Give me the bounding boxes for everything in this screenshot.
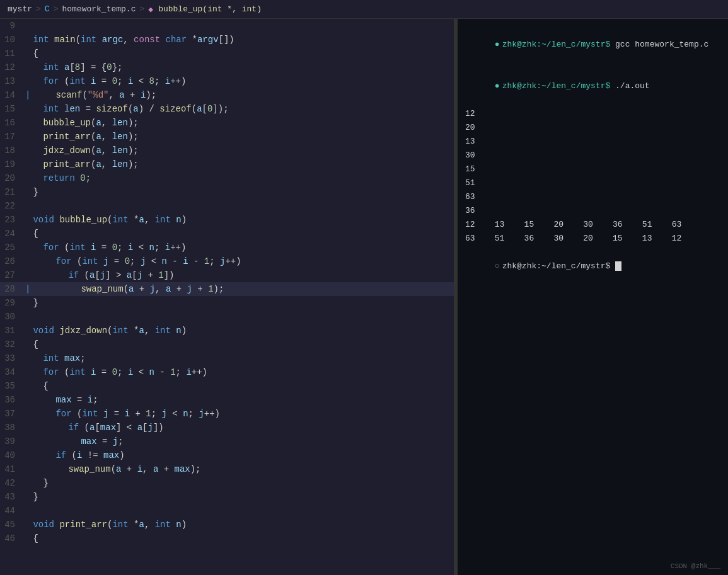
- code-line: swap_num(a + i, a + max);: [30, 462, 454, 476]
- terminal-output: 13: [465, 137, 475, 146]
- table-row: 21 }: [0, 185, 454, 199]
- terminal-output: 20: [465, 123, 475, 132]
- breadcrumb-file[interactable]: homework_temp.c: [62, 4, 136, 14]
- table-row: 28 | swap_num(a + j, a + j + 1);: [0, 282, 454, 296]
- line-gutter: [25, 476, 30, 490]
- line-gutter: [25, 490, 30, 504]
- code-line: {: [30, 47, 454, 60]
- code-line: if (a[j] > a[j + 1]): [30, 268, 454, 282]
- table-row: 31 void jdxz_down(int *a, int n): [0, 324, 454, 338]
- code-line: {: [30, 338, 454, 351]
- terminal-output-line: 51: [465, 176, 720, 190]
- terminal-cursor: [610, 261, 621, 271]
- code-line: for (int i = 0; i < 8; i++): [30, 74, 454, 88]
- code-line: }: [30, 296, 454, 310]
- code-line: return 0;: [30, 171, 454, 185]
- terminal-command: ./a.out: [610, 81, 649, 91]
- line-gutter: [25, 532, 30, 545]
- terminal-output: 63: [465, 192, 475, 202]
- terminal-output-line: 63 51 36 30 20 15 13 12: [465, 232, 720, 246]
- code-line: }: [30, 490, 454, 504]
- function-icon: ◆: [148, 4, 153, 14]
- table-row: 37 for (int j = i + 1; j < n; j++): [0, 407, 454, 421]
- line-number: 41: [0, 462, 25, 476]
- breadcrumb-language: C: [45, 4, 50, 14]
- table-row: 38 if (a[max] < a[j]): [0, 421, 454, 435]
- line-gutter: |: [25, 282, 30, 296]
- line-number: 21: [0, 185, 25, 199]
- line-gutter: [25, 157, 30, 171]
- code-line: print_arr(a, len);: [30, 130, 454, 144]
- line-number: 12: [0, 60, 25, 74]
- line-gutter: [25, 435, 30, 448]
- line-number: 20: [0, 171, 25, 185]
- terminal-output: 51: [465, 178, 475, 188]
- table-row: 25 for (int i = 0; i < n; i++): [0, 241, 454, 254]
- line-number: 10: [0, 33, 25, 47]
- table-row: 34 for (int i = 0; i < n - 1; i++): [0, 365, 454, 379]
- line-number: 16: [0, 116, 25, 130]
- line-number: 44: [0, 504, 25, 518]
- code-line: void print_arr(int *a, int n): [30, 518, 454, 532]
- table-row: 9: [0, 19, 454, 33]
- editor-panel[interactable]: 9 10 int main(int argc, const char *argv…: [0, 19, 454, 575]
- line-number: 9: [0, 19, 25, 33]
- breadcrumb-sep-3: >: [139, 4, 144, 14]
- line-gutter: [25, 102, 30, 116]
- line-number: 32: [0, 338, 25, 351]
- line-number: 29: [0, 296, 25, 310]
- table-row: 12 int a[8] = {0};: [0, 60, 454, 74]
- line-gutter: [25, 47, 30, 60]
- terminal-output: 36: [465, 206, 475, 215]
- code-line: bubble_up(a, len);: [30, 116, 454, 130]
- terminal-panel[interactable]: ●zhk@zhk:~/len_c/mystr$ gcc homework_tem…: [458, 19, 728, 575]
- line-number: 39: [0, 435, 25, 448]
- line-gutter: [25, 60, 30, 74]
- code-line: [30, 310, 454, 324]
- breadcrumb-folder[interactable]: mystr: [8, 4, 32, 14]
- table-row: 24 {: [0, 227, 454, 241]
- table-row: 39 max = j;: [0, 435, 454, 448]
- line-number: 28: [0, 282, 25, 296]
- line-gutter: [25, 365, 30, 379]
- line-number: 18: [0, 144, 25, 157]
- line-gutter: [25, 310, 30, 324]
- table-row: 45 void print_arr(int *a, int n): [0, 518, 454, 532]
- table-row: 26 for (int j = 0; j < n - i - 1; j++): [0, 254, 454, 268]
- code-table: 9 10 int main(int argc, const char *argv…: [0, 19, 454, 545]
- code-line: [30, 19, 454, 33]
- table-row: 13 for (int i = 0; i < 8; i++): [0, 74, 454, 88]
- code-line: void bubble_up(int *a, int n): [30, 213, 454, 227]
- table-row: 16 bubble_up(a, len);: [0, 116, 454, 130]
- table-row: 32 {: [0, 338, 454, 351]
- code-line: max = j;: [30, 435, 454, 448]
- line-gutter: [25, 393, 30, 407]
- line-number: 27: [0, 268, 25, 282]
- line-number: 34: [0, 365, 25, 379]
- code-line: if (i != max): [30, 448, 454, 462]
- line-gutter: [25, 518, 30, 532]
- table-row: 27 if (a[j] > a[j + 1]): [0, 268, 454, 282]
- breadcrumb: mystr > C > homework_temp.c > ◆ bubble_u…: [0, 0, 728, 19]
- terminal-output-line: 20: [465, 121, 720, 135]
- line-number: 43: [0, 490, 25, 504]
- line-number: 22: [0, 199, 25, 213]
- line-gutter: [25, 241, 30, 254]
- line-number: 19: [0, 157, 25, 171]
- terminal-line: ●zhk@zhk:~/len_c/mystr$ gcc homework_tem…: [465, 24, 720, 65]
- line-number: 13: [0, 74, 25, 88]
- code-line: swap_num(a + j, a + j + 1);: [30, 282, 454, 296]
- table-row: 41 swap_num(a + i, a + max);: [0, 462, 454, 476]
- code-line: {: [30, 227, 454, 241]
- terminal-output-line: 36: [465, 204, 720, 218]
- watermark: CSDN @zhk___: [671, 562, 720, 570]
- terminal-output-line: 13: [465, 135, 720, 149]
- line-number: 14: [0, 88, 25, 102]
- line-gutter: [25, 227, 30, 241]
- line-number: 30: [0, 310, 25, 324]
- line-gutter: [25, 338, 30, 351]
- code-line: {: [30, 532, 454, 545]
- terminal-output: 12 13 15 20 30 36 51 63: [465, 220, 681, 229]
- terminal-bullet: ●: [495, 40, 500, 49]
- table-row: 29 }: [0, 296, 454, 310]
